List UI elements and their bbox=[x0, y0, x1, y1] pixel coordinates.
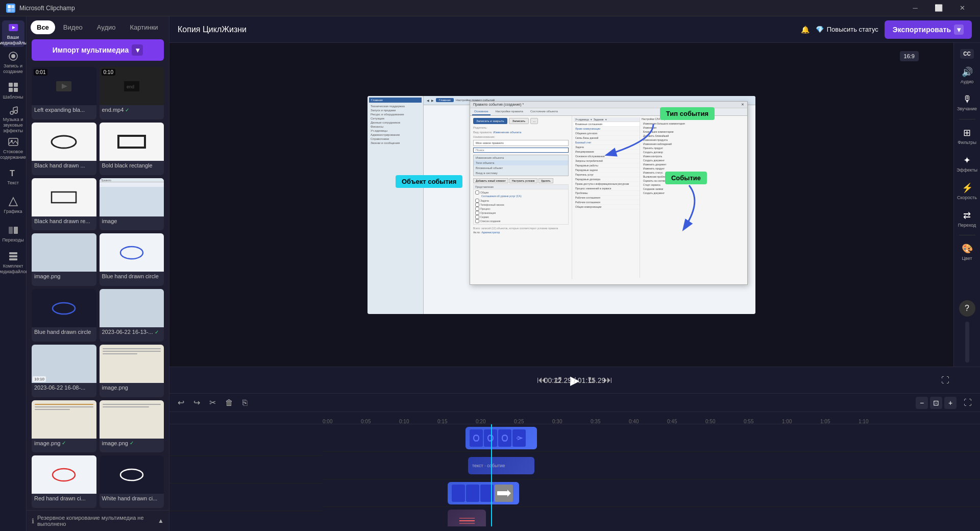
import-media-button[interactable]: Импорт мультимедиа ▾ bbox=[32, 39, 164, 61]
import-dropdown-arrow[interactable]: ▾ bbox=[132, 44, 143, 56]
timeline-ruler: 0:00 0:05 0:10 0:15 0:20 0:25 0:30 0:35 … bbox=[169, 412, 980, 424]
svg-rect-3 bbox=[11, 9, 14, 12]
right-panel-transition[interactable]: ⇄ Переход bbox=[956, 205, 978, 232]
media-item[interactable]: image.png bbox=[100, 345, 164, 397]
close-button[interactable]: ✕ bbox=[950, 0, 974, 16]
audio-panel-icon: 🔊 bbox=[962, 66, 973, 78]
media-item[interactable]: 10:10 2023-06-22 16-08-... bbox=[32, 345, 96, 397]
transition-icon: ⇄ bbox=[963, 210, 971, 221]
timeline-clip[interactable] bbox=[465, 427, 537, 449]
tab-images[interactable]: Картинки bbox=[124, 20, 164, 34]
svg-rect-22 bbox=[14, 227, 18, 234]
sidebar-item-music[interactable]: Музыка и звуковые эффекты bbox=[2, 106, 24, 133]
playhead[interactable] bbox=[491, 424, 492, 526]
zoom-in-button[interactable]: + bbox=[944, 397, 957, 409]
right-panel-voiceover[interactable]: 🎙 Звучание bbox=[956, 89, 978, 116]
sidebar-item-transitions[interactable]: Переходы bbox=[2, 221, 24, 247]
undo-button[interactable]: ↩ bbox=[176, 396, 186, 409]
ruler-mark: 0:20 bbox=[476, 419, 485, 424]
copy-button[interactable]: ⎘ bbox=[240, 396, 250, 409]
subtitle-button[interactable]: CC bbox=[954, 47, 980, 61]
sidebar-item-graphics[interactable]: Графика bbox=[2, 192, 24, 219]
media-item[interactable]: end 0:10 end.mp4 ✓ bbox=[100, 67, 164, 119]
color-label: Цвет bbox=[962, 256, 972, 261]
track-row-3 bbox=[323, 479, 980, 507]
delete-button[interactable]: 🗑 bbox=[223, 396, 235, 409]
annotation-object-event: Объект события bbox=[396, 175, 462, 188]
zoom-out-button[interactable]: − bbox=[916, 397, 928, 409]
zoom-fit-button[interactable]: ⊡ bbox=[930, 397, 942, 409]
media-item[interactable]: Bold black rectangle bbox=[100, 123, 164, 175]
media-item[interactable]: White hand drawn ci... bbox=[100, 455, 164, 508]
svg-point-35 bbox=[53, 469, 75, 481]
media-label: Bold black rectangle bbox=[100, 161, 164, 170]
media-thumbnail bbox=[100, 455, 164, 494]
ruler-mark: 0:55 bbox=[744, 419, 753, 424]
media-item[interactable]: image.png bbox=[32, 233, 96, 286]
fullscreen-button[interactable]: ⛶ bbox=[941, 376, 949, 385]
media-label: 2023-06-22 16-08-... bbox=[32, 383, 96, 392]
media-item[interactable]: Blue hand drawn circle bbox=[100, 233, 164, 286]
media-thumbnail bbox=[100, 233, 164, 272]
media-item[interactable]: Blue hand drawn circle bbox=[32, 289, 96, 342]
expand-button[interactable]: ⛶ bbox=[962, 396, 974, 409]
graphics-icon bbox=[8, 196, 19, 207]
sidebar-item-media[interactable]: Ваши медиафайлы bbox=[2, 20, 24, 47]
media-label: Red hand drawn ci... bbox=[32, 494, 96, 503]
tab-audio[interactable]: Аудио bbox=[91, 20, 122, 34]
sidebar-item-sets[interactable]: Комплект медиафайлов bbox=[2, 249, 24, 276]
expand-icon[interactable]: ▲ bbox=[158, 517, 164, 524]
sidebar-item-text[interactable]: T Текст bbox=[2, 163, 24, 190]
media-item[interactable]: image.png ✓ bbox=[100, 400, 164, 453]
right-panel-speed[interactable]: ⚡ Скорость bbox=[956, 178, 978, 204]
collapse-panel-button[interactable] bbox=[965, 322, 969, 363]
media-item[interactable]: Правило ... image bbox=[100, 178, 164, 231]
media-label: image.png ✓ bbox=[100, 439, 164, 448]
sidebar-item-record[interactable]: Запись и создание bbox=[2, 49, 24, 76]
project-title: Копия ЦиклЖизни bbox=[178, 25, 795, 34]
annotation-type-event: Тип события bbox=[660, 107, 715, 120]
media-thumbnail: 0:01 bbox=[32, 67, 96, 105]
sidebar-item-stock[interactable]: Стоковое содержание bbox=[2, 135, 24, 161]
app-layout: Ваши медиафайлы Запись и создание Шаблон… bbox=[0, 16, 980, 531]
upgrade-label: Повысить статус bbox=[827, 26, 878, 33]
redo-button[interactable]: ↪ bbox=[191, 396, 202, 409]
right-panel-color[interactable]: 🎨 Цвет bbox=[956, 238, 978, 265]
timeline-clip-3[interactable] bbox=[448, 510, 486, 526]
right-panel-audio[interactable]: 🔊 Аудио bbox=[956, 62, 978, 88]
media-item[interactable]: 2023-06-22 16-13-... ✓ bbox=[100, 289, 164, 342]
svg-rect-25 bbox=[9, 258, 17, 260]
export-dropdown-arrow[interactable]: ▾ bbox=[954, 25, 964, 35]
track-labels bbox=[169, 424, 323, 526]
zoom-controls: − ⊡ + bbox=[916, 397, 957, 409]
tab-video[interactable]: Видео bbox=[57, 20, 89, 34]
minimize-button[interactable]: ─ bbox=[903, 0, 927, 16]
window-controls: ─ ⬜ ✕ bbox=[903, 0, 974, 16]
help-button[interactable]: ? bbox=[959, 300, 975, 317]
track-row-4 bbox=[323, 507, 980, 526]
timeline-clip-text[interactable]: текст · событие bbox=[468, 457, 534, 474]
ruler-mark: 0:35 bbox=[591, 419, 600, 424]
save-icon[interactable]: 🔔 bbox=[801, 26, 810, 34]
stock-icon bbox=[8, 136, 19, 148]
media-item[interactable]: image.png ✓ bbox=[32, 400, 96, 453]
cut-button[interactable]: ✂ bbox=[207, 396, 218, 409]
voiceover-label: Звучание bbox=[957, 106, 977, 111]
media-item[interactable]: Black hand drawn re... bbox=[32, 178, 96, 231]
media-item[interactable]: Black hand drawn ... bbox=[32, 123, 96, 175]
media-item[interactable]: 0:01 Left expanding bla... bbox=[32, 67, 96, 119]
sets-icon bbox=[8, 251, 19, 262]
tab-all[interactable]: Все bbox=[31, 20, 55, 34]
svg-rect-21 bbox=[9, 227, 13, 234]
right-panel-filters[interactable]: ⊞ Фильтры bbox=[956, 123, 978, 149]
ruler-mark: 0:40 bbox=[629, 419, 639, 424]
export-button[interactable]: Экспортировать ▾ bbox=[885, 20, 972, 39]
upgrade-button[interactable]: 💎 Повысить статус bbox=[816, 26, 878, 33]
maximize-button[interactable]: ⬜ bbox=[927, 0, 950, 16]
right-panel-effects[interactable]: ✦ Эффекты bbox=[956, 150, 978, 177]
timeline-clip-2[interactable] bbox=[448, 482, 519, 504]
media-label: image bbox=[100, 216, 164, 226]
aspect-ratio-button[interactable]: 16:9 bbox=[900, 49, 919, 63]
sidebar-item-templates[interactable]: Шаблоны bbox=[2, 78, 24, 104]
media-item[interactable]: Red hand drawn ci... bbox=[32, 455, 96, 508]
